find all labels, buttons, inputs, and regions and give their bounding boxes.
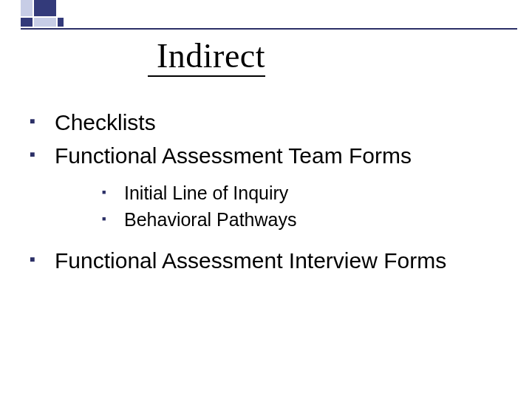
list-item-text: Checklists	[55, 110, 156, 134]
header-decor-block	[34, 0, 56, 16]
header-divider	[21, 28, 517, 30]
header-decor-block	[21, 0, 33, 16]
header-decor-block	[34, 18, 56, 27]
list-item-text: Behavioral Pathways	[124, 209, 296, 230]
slide-title: Indirect	[148, 38, 265, 77]
header-decor-block	[58, 18, 64, 27]
list-item: Functional Assessment Team Forms Initial…	[25, 141, 510, 233]
slide: Indirect Checklists Functional Assessmen…	[0, 0, 532, 399]
list-item-text: Initial Line of Inquiry	[124, 183, 288, 203]
list-item-text: Functional Assessment Interview Forms	[55, 248, 446, 273]
list-item: Behavioral Pathways	[99, 208, 510, 233]
list-item: Checklists	[25, 108, 510, 138]
list-item-text: Functional Assessment Team Forms	[55, 143, 412, 168]
bullet-list-level1: Checklists Functional Assessment Team Fo…	[25, 108, 510, 276]
slide-content: Checklists Functional Assessment Team Fo…	[25, 108, 510, 279]
list-item: Initial Line of Inquiry	[99, 181, 510, 206]
bullet-list-level2: Initial Line of Inquiry Behavioral Pathw…	[55, 181, 510, 233]
list-item: Functional Assessment Interview Forms	[25, 246, 510, 276]
header-decor-block	[21, 18, 33, 27]
